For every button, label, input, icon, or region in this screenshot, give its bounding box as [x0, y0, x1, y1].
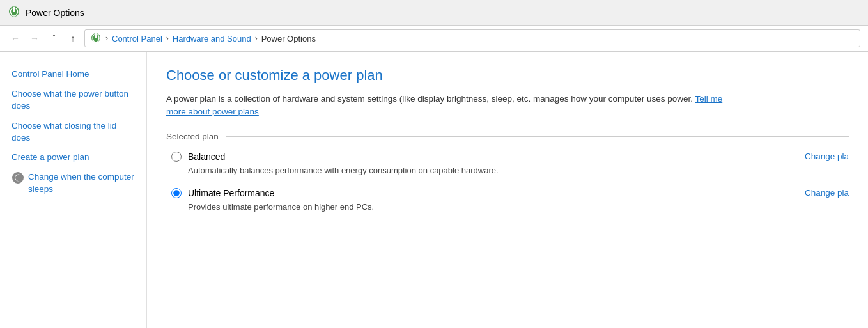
sidebar-item-lid[interactable]: Choose what closing the lid does [10, 116, 136, 148]
back-button[interactable]: ← [8, 31, 23, 46]
change-plan-ultimate-link[interactable]: Change pla [805, 188, 849, 198]
title-bar: Power Options [0, 0, 868, 26]
breadcrumb-power-options: Power Options [261, 34, 316, 43]
plan-balanced: Balanced Change pla Automatically balanc… [166, 152, 849, 175]
plan-balanced-desc: Automatically balances performance with … [171, 166, 849, 175]
change-plan-balanced-link[interactable]: Change pla [805, 152, 849, 161]
content-area: Choose or customize a power plan A power… [147, 52, 868, 328]
description-text: A power plan is a collection of hardware… [166, 93, 741, 119]
sleep-icon [12, 171, 24, 184]
forward-button[interactable]: → [27, 31, 42, 46]
breadcrumb: › Control Panel › Hardware and Sound › P… [84, 29, 860, 47]
plan-ultimate-desc: Provides ultimate performance on higher … [171, 202, 849, 212]
sidebar-item-change-sleep[interactable]: Change when the computer sleeps [10, 168, 136, 199]
address-bar: ← → ˅ ↑ › Control Panel › Hardware and S… [0, 26, 868, 52]
plan-ultimate-radio[interactable] [171, 188, 182, 198]
recent-locations-button[interactable]: ˅ [46, 31, 61, 46]
sidebar-item-control-panel-home[interactable]: Control Panel Home [10, 65, 136, 84]
sidebar-item-power-button[interactable]: Choose what the power button does [10, 84, 136, 116]
breadcrumb-control-panel[interactable]: Control Panel [112, 34, 162, 43]
selected-plan-label: Selected plan [166, 132, 219, 141]
breadcrumb-icon [90, 32, 102, 45]
plan-balanced-header: Balanced Change pla [171, 152, 849, 162]
plan-section-divider [226, 136, 849, 137]
plan-balanced-radio[interactable] [171, 152, 182, 162]
title-icon [8, 5, 20, 20]
page-heading: Choose or customize a power plan [166, 67, 849, 84]
plan-ultimate-label[interactable]: Ultimate Performance [171, 188, 274, 198]
main-layout: Control Panel Home Choose what the power… [0, 52, 868, 328]
title-text: Power Options [26, 8, 84, 18]
plan-ultimate: Ultimate Performance Change pla Provides… [166, 188, 849, 212]
sidebar: Control Panel Home Choose what the power… [0, 52, 147, 328]
plan-balanced-label[interactable]: Balanced [171, 152, 225, 162]
plan-ultimate-header: Ultimate Performance Change pla [171, 188, 849, 198]
sidebar-item-create-plan[interactable]: Create a power plan [10, 148, 136, 168]
up-button[interactable]: ↑ [65, 31, 81, 46]
breadcrumb-hardware-sound[interactable]: Hardware and Sound [173, 34, 251, 43]
selected-plan-header: Selected plan [166, 132, 849, 141]
svg-point-4 [12, 172, 24, 184]
